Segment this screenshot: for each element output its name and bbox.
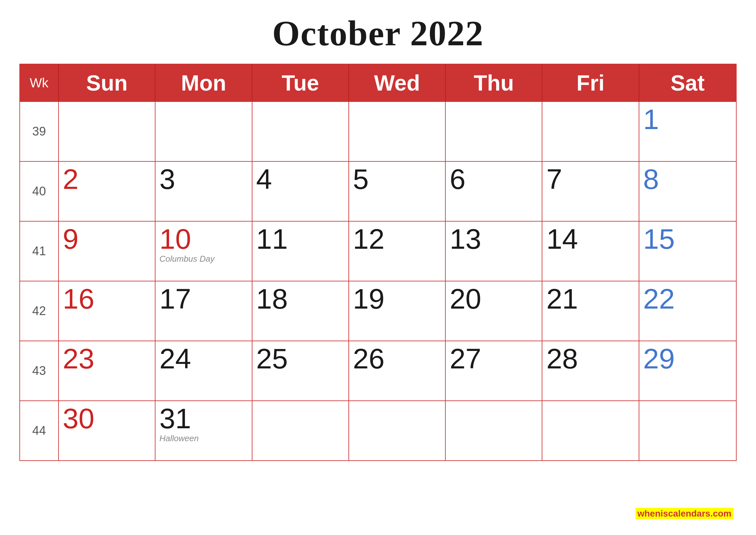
day-number: 1 [643, 105, 659, 134]
day-number: 14 [546, 225, 578, 253]
watermark[interactable]: wheniscalendars.com [635, 508, 733, 519]
calendar-cell [349, 102, 446, 161]
calendar-header: Wk SunMonTueWedThuFriSat [20, 64, 736, 101]
calendar-cell: 8 [639, 162, 736, 221]
header-day-wed: Wed [349, 64, 446, 101]
week-number-41: 41 [20, 222, 59, 281]
calendar-cell: 11 [253, 222, 349, 281]
page-title: October 2022 [272, 13, 483, 54]
calendar-row: 41910Columbus Day1112131415 [20, 221, 736, 281]
calendar: Wk SunMonTueWedThuFriSat 391402345678419… [19, 64, 737, 461]
calendar-cell: 30 [59, 401, 155, 460]
day-number: 20 [449, 285, 481, 313]
week-number-42: 42 [20, 281, 59, 341]
week-number-43: 43 [20, 341, 59, 401]
calendar-cell [253, 401, 349, 460]
calendar-cell [155, 102, 252, 161]
calendar-cell: 5 [349, 162, 446, 221]
calendar-cell [253, 102, 349, 161]
header-day-thu: Thu [446, 64, 542, 101]
calendar-row: 391 [20, 101, 736, 161]
day-number: 24 [159, 345, 191, 373]
day-number: 12 [353, 225, 385, 253]
calendar-cell: 25 [253, 341, 349, 401]
calendar-cell [542, 401, 639, 460]
calendar-cell: 24 [155, 341, 252, 401]
calendar-cell [542, 102, 639, 161]
header-day-sat: Sat [639, 64, 736, 101]
day-number: 19 [353, 285, 385, 313]
watermark-text: wheniscalendars [637, 508, 711, 519]
calendar-cell: 18 [253, 281, 349, 341]
day-number: 26 [353, 345, 385, 373]
calendar-cell: 10Columbus Day [155, 222, 252, 281]
calendar-cell: 1 [639, 102, 736, 161]
calendar-row: 443031Halloween [20, 401, 736, 460]
calendar-cell [349, 401, 446, 460]
calendar-cell: 22 [639, 281, 736, 341]
day-number: 16 [63, 285, 94, 313]
calendar-cell: 19 [349, 281, 446, 341]
day-number: 21 [546, 285, 578, 313]
day-number: 7 [546, 165, 562, 193]
calendar-cell: 23 [59, 341, 155, 401]
week-number-40: 40 [20, 162, 59, 221]
header-day-fri: Fri [542, 64, 639, 101]
day-number: 10 [159, 225, 191, 253]
calendar-cell: 16 [59, 281, 155, 341]
day-number: 6 [449, 165, 466, 193]
header-day-tue: Tue [253, 64, 349, 101]
calendar-cell: 13 [446, 222, 542, 281]
calendar-cell: 15 [639, 222, 736, 281]
day-number: 4 [256, 165, 272, 193]
day-number: 2 [63, 165, 79, 193]
day-number: 8 [643, 165, 659, 193]
day-number: 9 [63, 225, 79, 253]
day-number: 5 [353, 165, 369, 193]
day-number: 28 [546, 345, 578, 373]
calendar-body: 39140234567841910Columbus Day11121314154… [20, 101, 736, 460]
day-number: 3 [159, 165, 175, 193]
day-number: 22 [643, 285, 675, 313]
calendar-cell: 2 [59, 162, 155, 221]
calendar-cell [446, 102, 542, 161]
calendar-cell: 7 [542, 162, 639, 221]
calendar-cell: 20 [446, 281, 542, 341]
calendar-cell: 9 [59, 222, 155, 281]
week-number-44: 44 [20, 401, 59, 460]
calendar-cell: 14 [542, 222, 639, 281]
calendar-cell: 4 [253, 162, 349, 221]
calendar-cell: 12 [349, 222, 446, 281]
day-number: 11 [256, 225, 288, 253]
day-number: 17 [159, 285, 191, 313]
day-number: 23 [63, 345, 94, 373]
day-number: 30 [63, 404, 94, 433]
day-number: 31 [159, 404, 191, 433]
calendar-cell [639, 401, 736, 460]
header-wk: Wk [20, 64, 59, 101]
calendar-cell: 31Halloween [155, 401, 252, 460]
calendar-row: 4323242526272829 [20, 341, 736, 401]
calendar-cell [446, 401, 542, 460]
calendar-cell: 26 [349, 341, 446, 401]
calendar-cell: 29 [639, 341, 736, 401]
header-day-sun: Sun [59, 64, 155, 101]
calendar-cell: 21 [542, 281, 639, 341]
calendar-cell: 17 [155, 281, 252, 341]
day-number: 29 [643, 345, 675, 373]
header-day-mon: Mon [155, 64, 252, 101]
day-number: 15 [643, 225, 675, 253]
day-number: 25 [256, 345, 288, 373]
calendar-cell [59, 102, 155, 161]
calendar-cell: 3 [155, 162, 252, 221]
calendar-row: 402345678 [20, 161, 736, 221]
day-number: 27 [449, 345, 481, 373]
calendar-cell: 27 [446, 341, 542, 401]
week-number-39: 39 [20, 102, 59, 161]
holiday-label: Columbus Day [159, 254, 215, 264]
day-number: 13 [449, 225, 481, 253]
calendar-cell: 6 [446, 162, 542, 221]
day-number: 18 [256, 285, 288, 313]
calendar-row: 4216171819202122 [20, 281, 736, 341]
holiday-label: Halloween [159, 434, 199, 443]
